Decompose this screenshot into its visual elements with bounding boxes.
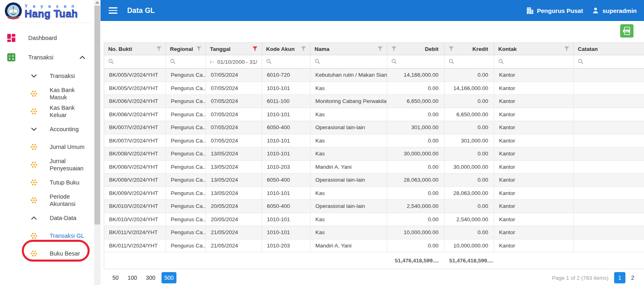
- cell-kode-akun[interactable]: 1010-101: [262, 147, 310, 161]
- sidebar-item-dashboard[interactable]: Dashboard: [0, 28, 94, 48]
- sidebar-item-tutup-buku[interactable]: Tutup Buku: [0, 174, 94, 191]
- cell-regional[interactable]: Pengurus Ca...: [166, 213, 206, 226]
- cell-kredit[interactable]: 2,540,000.00: [445, 213, 494, 226]
- cell-no-bukti[interactable]: BK/011/V/2024/YHT: [104, 226, 166, 239]
- cell-kontak[interactable]: Kantor: [494, 160, 574, 174]
- cell-regional[interactable]: Pengurus Ca...: [166, 147, 206, 161]
- cell-kode-akun[interactable]: 1010-203: [262, 239, 310, 252]
- cell-regional[interactable]: Pengurus Ca...: [166, 121, 206, 134]
- table-row[interactable]: BK/008/V/2024/YHTPengurus Ca...13/05/202…: [104, 160, 644, 174]
- cell-kredit[interactable]: 30,000,000.00: [445, 160, 494, 174]
- cell-no-bukti[interactable]: BK/009/V/2024/YHT: [104, 174, 166, 187]
- export-xlsx-button[interactable]: xlsx: [620, 24, 634, 38]
- cell-tanggal[interactable]: 07/05/2024: [206, 69, 262, 82]
- column-header-catatan[interactable]: Catatan: [574, 43, 644, 55]
- page-size-100[interactable]: 100: [125, 272, 140, 283]
- cell-debit[interactable]: 0.00: [387, 187, 445, 200]
- table-row[interactable]: BK/010/V/2024/YHTPengurus Ca...20/05/202…: [104, 200, 644, 213]
- cell-no-bukti[interactable]: BK/007/V/2024/YHT: [104, 121, 166, 134]
- table-row[interactable]: BK/009/V/2024/YHTPengurus Ca...13/05/202…: [104, 187, 644, 200]
- cell-no-bukti[interactable]: BK/005/V/2024/YHT: [104, 69, 166, 82]
- cell-nama[interactable]: Operasional lain-lain: [310, 174, 387, 187]
- page-button-2[interactable]: 2: [627, 272, 638, 283]
- table-row[interactable]: BK/008/V/2024/YHTPengurus Ca...13/05/202…: [104, 147, 644, 161]
- sidebar-item-buku-besar[interactable]: Buku Besar: [0, 245, 94, 262]
- cell-catatan[interactable]: [574, 174, 644, 187]
- cell-kode-akun[interactable]: 1010-101: [262, 134, 310, 147]
- cell-nama[interactable]: Monitoring Cabang Perwakilan: [310, 95, 387, 108]
- cell-kontak[interactable]: Kantor: [494, 108, 574, 121]
- filter-input-regional[interactable]: [166, 55, 206, 69]
- sidebar-item-jurnal-umum[interactable]: Jurnal Umum: [0, 138, 94, 156]
- cell-tanggal[interactable]: 13/05/2024: [206, 174, 262, 187]
- filter-input-tanggal[interactable]: ⊢01/10/2000 - 31/...: [206, 55, 262, 69]
- cell-regional[interactable]: Pengurus Ca...: [166, 95, 206, 108]
- filter-funnel-icon[interactable]: [391, 46, 396, 51]
- cell-kode-akun[interactable]: 1010-101: [262, 82, 310, 95]
- cell-kontak[interactable]: Kantor: [494, 147, 574, 161]
- cell-tanggal[interactable]: 07/05/2024: [206, 134, 262, 147]
- filter-funnel-icon[interactable]: [301, 46, 306, 51]
- sidebar-scrollbar[interactable]: [94, 0, 101, 285]
- table-row[interactable]: BK/011/V/2024/YHTPengurus Ca...21/05/202…: [104, 239, 644, 252]
- sidebar-item-kas-bank-masuk[interactable]: Kas Bank Masuk: [0, 85, 94, 103]
- cell-tanggal[interactable]: 13/05/2024: [206, 160, 262, 174]
- cell-catatan[interactable]: [574, 121, 644, 134]
- cell-kontak[interactable]: Kantor: [494, 187, 574, 200]
- cell-kredit[interactable]: 0.00: [445, 69, 494, 82]
- cell-kontak[interactable]: Kantor: [494, 69, 574, 82]
- cell-nama[interactable]: Kas: [310, 187, 387, 200]
- sidebar-item-periode-akuntansi[interactable]: Periode Akuntansi: [0, 191, 94, 209]
- cell-tanggal[interactable]: 07/05/2024: [206, 82, 262, 95]
- filter-input-kontak[interactable]: [494, 55, 574, 69]
- filter-input-no-bukti[interactable]: [104, 55, 166, 69]
- filter-funnel-icon[interactable]: [449, 46, 454, 51]
- column-header-debit[interactable]: Debit: [387, 43, 445, 55]
- cell-nama[interactable]: Kas: [310, 82, 387, 95]
- cell-catatan[interactable]: [574, 187, 644, 200]
- cell-regional[interactable]: Pengurus Ca...: [166, 174, 206, 187]
- sidebar-item-transaksi[interactable]: Transaksi: [0, 48, 94, 67]
- cell-kode-akun[interactable]: 1010-101: [262, 226, 310, 239]
- cell-nama[interactable]: Mandiri A. Yani: [310, 239, 387, 252]
- sidebar-item-accounting[interactable]: Accounting: [0, 120, 94, 138]
- cell-kredit[interactable]: 6,650,000.00: [445, 108, 494, 121]
- cell-tanggal[interactable]: 07/05/2024: [206, 108, 262, 121]
- cell-catatan[interactable]: [574, 200, 644, 213]
- cell-kredit[interactable]: 301,000.00: [445, 134, 494, 147]
- organization-menu[interactable]: Pengurus Pusat: [526, 7, 583, 15]
- filter-input-kredit[interactable]: [445, 55, 494, 69]
- page-button-1[interactable]: 1: [614, 272, 625, 283]
- cell-regional[interactable]: Pengurus Ca...: [166, 239, 206, 252]
- cell-catatan[interactable]: [574, 95, 644, 108]
- table-row[interactable]: BK/006/V/2024/YHTPengurus Ca...07/05/202…: [104, 108, 644, 121]
- cell-kredit[interactable]: 0.00: [445, 226, 494, 239]
- cell-no-bukti[interactable]: BK/010/V/2024/YHT: [104, 200, 166, 213]
- cell-catatan[interactable]: [574, 82, 644, 95]
- filter-funnel-icon[interactable]: [156, 46, 162, 51]
- cell-no-bukti[interactable]: BK/005/V/2024/YHT: [104, 82, 166, 95]
- cell-debit[interactable]: 14,166,000.00: [387, 69, 445, 82]
- cell-regional[interactable]: Pengurus Ca...: [166, 108, 206, 121]
- cell-nama[interactable]: Operasional lain-lain: [310, 200, 387, 213]
- cell-kontak[interactable]: Kantor: [494, 239, 574, 252]
- cell-catatan[interactable]: [574, 213, 644, 226]
- cell-kode-akun[interactable]: 6050-400: [262, 200, 310, 213]
- column-header-kredit[interactable]: Kredit: [445, 43, 494, 55]
- cell-kredit[interactable]: 10,000,000.00: [445, 239, 494, 252]
- sidebar-item-jurnal-penyesuaian[interactable]: Jurnal Penyesuaian: [0, 156, 94, 174]
- cell-debit[interactable]: 28,063,000.00: [387, 174, 445, 187]
- cell-debit[interactable]: 0.00: [387, 134, 445, 147]
- cell-no-bukti[interactable]: BK/011/V/2024/YHT: [104, 239, 166, 252]
- filter-input-debit[interactable]: [387, 55, 445, 69]
- cell-kredit[interactable]: 28,063,000.00: [445, 187, 494, 200]
- filter-funnel-icon[interactable]: [196, 46, 201, 51]
- cell-debit[interactable]: 0.00: [387, 108, 445, 121]
- cell-nama[interactable]: Kas: [310, 134, 387, 147]
- cell-kredit[interactable]: 0.00: [445, 147, 494, 161]
- cell-kontak[interactable]: Kantor: [494, 226, 574, 239]
- column-header-tanggal[interactable]: Tanggal: [206, 43, 262, 55]
- cell-debit[interactable]: 6,650,000.00: [387, 95, 445, 108]
- scrollbar-thumb[interactable]: [94, 6, 100, 224]
- cell-debit[interactable]: 301,000.00: [387, 121, 445, 134]
